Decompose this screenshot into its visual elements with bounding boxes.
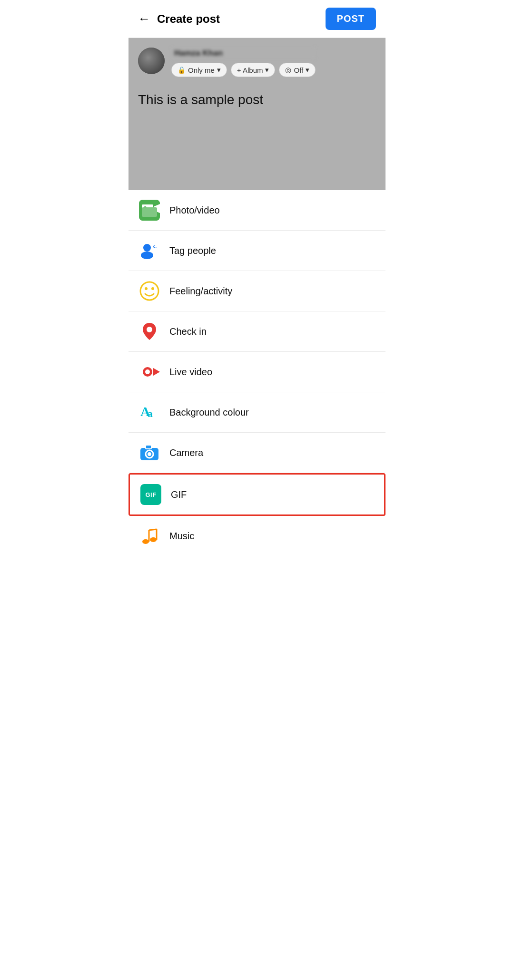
tag-icon: +	[139, 240, 160, 261]
user-row: Hamza Khan 🔒 Only me ▾ + Album ▾ ◎ Off ▾	[138, 48, 376, 77]
photo-video-svg	[139, 200, 160, 221]
header-left: ← Create post	[138, 11, 220, 26]
menu-section: Photo/video + Tag people	[128, 190, 386, 556]
tag-svg: +	[139, 240, 160, 261]
album-chevron-icon: ▾	[265, 66, 269, 74]
header: ← Create post POST	[128, 0, 386, 38]
camera-label: Camera	[169, 447, 203, 458]
svg-point-5	[143, 244, 151, 252]
svg-point-12	[140, 282, 158, 300]
svg-line-30	[149, 529, 157, 530]
live-icon	[139, 361, 160, 382]
gif-icon: GIF	[140, 484, 161, 505]
svg-point-6	[141, 252, 153, 259]
svg-marker-18	[153, 368, 160, 376]
badges-row: 🔒 Only me ▾ + Album ▾ ◎ Off ▾	[171, 63, 316, 77]
menu-item-tag-people[interactable]: + Tag people	[128, 231, 386, 271]
svg-text:a: a	[148, 408, 153, 419]
post-button[interactable]: POST	[326, 8, 376, 30]
background-colour-label: Background colour	[169, 407, 249, 418]
instagram-chevron-icon: ▾	[306, 66, 309, 74]
menu-item-camera[interactable]: Camera	[128, 433, 386, 473]
menu-item-feeling[interactable]: Feeling/activity	[128, 271, 386, 311]
svg-point-17	[145, 369, 150, 374]
instagram-icon: ◎	[285, 66, 291, 74]
svg-point-23	[148, 452, 151, 456]
svg-rect-0	[139, 200, 160, 221]
photo-video-icon	[139, 200, 160, 221]
feeling-icon	[139, 281, 160, 301]
svg-point-27	[150, 537, 157, 542]
svg-rect-24	[146, 445, 151, 449]
tag-people-label: Tag people	[169, 245, 216, 256]
menu-item-gif[interactable]: GIF GIF	[128, 473, 386, 516]
lock-icon: 🔒	[178, 66, 186, 74]
feeling-svg	[139, 281, 160, 301]
svg-marker-4	[142, 208, 153, 213]
camera-svg	[139, 442, 160, 463]
privacy-chevron-icon: ▾	[217, 66, 221, 74]
page-title: Create post	[157, 12, 220, 26]
menu-item-live-video[interactable]: Live video	[128, 352, 386, 392]
bg-colour-icon: A a	[139, 402, 160, 423]
menu-item-music[interactable]: Music	[128, 516, 386, 556]
music-icon	[139, 525, 160, 546]
instagram-label: Off	[294, 66, 303, 74]
svg-rect-1	[142, 204, 153, 213]
svg-point-15	[147, 327, 152, 332]
checkin-icon	[139, 321, 160, 342]
gif-label: GIF	[171, 489, 187, 500]
live-video-label: Live video	[169, 367, 212, 378]
privacy-label: Only me	[188, 66, 215, 74]
svg-point-14	[151, 287, 154, 290]
avatar	[138, 48, 165, 74]
camera-icon	[139, 442, 160, 463]
privacy-badge[interactable]: 🔒 Only me ▾	[171, 63, 227, 77]
feeling-label: Feeling/activity	[169, 286, 232, 297]
photo-video-label: Photo/video	[169, 205, 220, 216]
music-label: Music	[169, 531, 194, 542]
instagram-badge[interactable]: ◎ Off ▾	[279, 63, 316, 77]
compose-area: Hamza Khan 🔒 Only me ▾ + Album ▾ ◎ Off ▾	[128, 38, 386, 190]
album-label: + Album	[237, 66, 263, 74]
bg-svg: A a	[139, 402, 160, 423]
album-badge[interactable]: + Album ▾	[231, 63, 276, 77]
live-svg	[139, 361, 160, 382]
checkin-label: Check in	[169, 326, 207, 337]
checkin-svg	[139, 321, 160, 342]
post-text[interactable]: This is a sample post	[138, 86, 376, 162]
svg-point-3	[144, 206, 147, 209]
back-button[interactable]: ←	[138, 11, 150, 26]
menu-item-photo-video[interactable]: Photo/video	[128, 190, 386, 231]
svg-point-26	[142, 539, 149, 544]
menu-item-checkin[interactable]: Check in	[128, 311, 386, 352]
music-svg	[139, 525, 160, 546]
username: Hamza Khan	[171, 48, 316, 59]
user-info: Hamza Khan 🔒 Only me ▾ + Album ▾ ◎ Off ▾	[171, 48, 316, 77]
avatar-image	[138, 48, 165, 74]
menu-item-background-colour[interactable]: A a Background colour	[128, 392, 386, 433]
svg-point-13	[145, 287, 148, 290]
